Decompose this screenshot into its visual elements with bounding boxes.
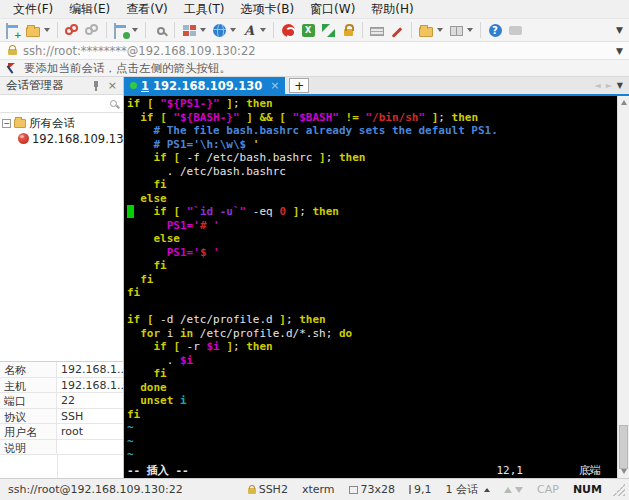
collapse-icon[interactable]: − (2, 119, 11, 128)
size-label: 73x28 (361, 483, 396, 496)
protocol-label: SSH2 (259, 483, 288, 496)
new-session-icon[interactable]: + (4, 21, 22, 39)
file-transfer-icon[interactable] (279, 21, 297, 39)
find-icon[interactable] (151, 21, 169, 39)
reconnect-icon[interactable] (83, 21, 101, 39)
tab-scroll-right-icon[interactable]: ► (606, 81, 612, 90)
toolbar-overflow-icon[interactable]: ▼ (616, 25, 625, 35)
prop-value-username: root (57, 424, 123, 439)
separator (57, 22, 58, 38)
virtual-keyboard-icon[interactable] (368, 21, 386, 39)
tab-label: 192.168.109.130 (153, 79, 262, 93)
layout-dropdown-icon[interactable] (200, 28, 206, 32)
vim-mode-indicator: -- 插入 -- (127, 464, 189, 478)
add-session-arrow-icon[interactable] (8, 63, 18, 74)
prop-value-port: 22 (57, 393, 123, 408)
tree-session-item[interactable]: 192.168.109.130 (0, 131, 123, 146)
tab-session-active[interactable]: 1 192.168.109.130 × (124, 77, 285, 94)
menu-help[interactable]: 帮助(H) (364, 0, 420, 19)
info-bar: 要添加当前会话，点击左侧的箭头按钮。 (0, 59, 629, 76)
tab-scroll-left-icon[interactable]: ◄ (595, 81, 601, 90)
session-search-bar (0, 95, 123, 113)
prop-label-host: 主机 (0, 378, 57, 393)
disconnect-icon[interactable] (63, 21, 81, 39)
terminal-scrollbar[interactable] (617, 96, 629, 478)
menu-view[interactable]: 查看(V) (119, 0, 175, 19)
lock-screen-icon[interactable] (339, 21, 357, 39)
help-icon[interactable]: ? (486, 21, 504, 39)
terminal-rows: if [ "${PS1-}" ]; then if [ "${BASH-}" ]… (127, 97, 617, 463)
open-folder-icon[interactable] (24, 21, 42, 39)
terminal-line: done (127, 381, 617, 395)
sessions-dropdown-icon[interactable] (484, 488, 490, 492)
tab-list-dropdown-icon[interactable]: ▼ (617, 81, 623, 90)
scrollbar-thumb[interactable] (619, 425, 628, 469)
status-size: 73x28 (342, 483, 403, 496)
status-cursor: 9,1 (402, 483, 439, 496)
session-properties-icon[interactable] (112, 21, 130, 39)
table-row: 用户名 root (0, 424, 123, 440)
terminal-line: PS1='# ' (127, 219, 617, 233)
scroll-up-icon[interactable] (618, 96, 629, 109)
xagent-icon[interactable]: X (299, 21, 317, 39)
layout-icon[interactable] (180, 21, 198, 39)
status-sessions[interactable]: 1 会话 (439, 482, 498, 497)
num-lock-indicator: NUM (566, 483, 609, 496)
close-panel-icon[interactable]: × (105, 79, 120, 92)
encoding-dropdown-icon[interactable] (230, 28, 236, 32)
terminal-line: # The file bash.bashrc already sets the … (127, 124, 617, 138)
session-tree: − 所有会话 192.168.109.130 (0, 113, 123, 361)
tab-close-icon[interactable]: × (270, 79, 279, 92)
menu-window[interactable]: 窗口(W) (303, 0, 362, 19)
pin-panel-icon[interactable] (91, 81, 101, 91)
terminal-line: fi (127, 286, 617, 300)
session-manager-panel: 会话管理器 × − 所有会话 192.168.109.130 (0, 77, 124, 478)
open-dropdown-icon[interactable] (44, 28, 50, 32)
terminal-line: # PS1='\h:\w\$ ' (127, 138, 617, 152)
font-dropdown-icon[interactable] (260, 28, 266, 32)
terminal-line: if [ -f /etc/bash.bashrc ]; then (127, 151, 617, 165)
terminal-line: ~ (127, 435, 617, 449)
prop-label-name: 名称 (0, 362, 57, 377)
session-properties-table: 名称 192.168.1... 主机 192.168.1... 端口 22 协议… (0, 361, 123, 455)
separator (480, 22, 481, 38)
tree-root-all-sessions[interactable]: − 所有会话 (0, 116, 123, 131)
prev-session-icon[interactable] (504, 487, 512, 493)
terminal-line: fi (127, 273, 617, 287)
address-input[interactable]: ssh://root:********@192.168.109.130:22 (23, 44, 614, 58)
next-session-icon[interactable] (515, 487, 523, 493)
session-icon (18, 133, 29, 144)
terminal-line: . $i (127, 354, 617, 368)
caps-lock-indicator: CAP (530, 483, 566, 496)
menu-bar: 文件(F) 编辑(E) 查看(V) 工具(T) 选项卡(B) 窗口(W) 帮助(… (0, 0, 629, 18)
menu-tab[interactable]: 选项卡(B) (234, 0, 302, 19)
search-icon[interactable] (110, 100, 117, 107)
panes-dropdown-icon[interactable] (467, 28, 473, 32)
log-dropdown-icon[interactable] (437, 28, 443, 32)
font-icon[interactable]: A (240, 21, 258, 39)
menu-edit[interactable]: 编辑(E) (62, 0, 117, 19)
address-dropdown-icon[interactable]: ▼ (614, 46, 625, 56)
terminal-screen[interactable]: if [ "${PS1-}" ]; then if [ "${BASH-}" ]… (124, 96, 617, 478)
scrollbar-track[interactable] (618, 109, 629, 465)
sessions-label: 1 会话 (446, 482, 479, 497)
menu-file[interactable]: 文件(F) (6, 0, 60, 19)
terminal-line: PS1='$ ' (127, 246, 617, 260)
folder-icon (14, 119, 26, 128)
fullscreen-icon[interactable] (319, 21, 337, 39)
panes-icon[interactable] (447, 21, 465, 39)
resize-grip[interactable] (613, 484, 625, 496)
status-protocol: SSH2 (241, 483, 295, 496)
properties-dropdown-icon[interactable] (132, 28, 138, 32)
terminal-line: if [ "`id -u`" -eq 0 ]; then (127, 205, 617, 219)
log-folder-icon[interactable] (417, 21, 435, 39)
info-bar-text: 要添加当前会话，点击左侧的箭头按钮。 (24, 61, 231, 76)
new-tab-button[interactable]: + (289, 78, 309, 93)
compose-pen-icon[interactable] (388, 21, 406, 39)
feedback-icon[interactable] (506, 21, 524, 39)
terminal-line: if [ "${PS1-}" ]; then (127, 97, 617, 111)
session-search-input[interactable] (4, 98, 110, 110)
encoding-globe-icon[interactable] (210, 21, 228, 39)
menu-tools[interactable]: 工具(T) (177, 0, 232, 19)
prop-label-username: 用户名 (0, 424, 57, 439)
